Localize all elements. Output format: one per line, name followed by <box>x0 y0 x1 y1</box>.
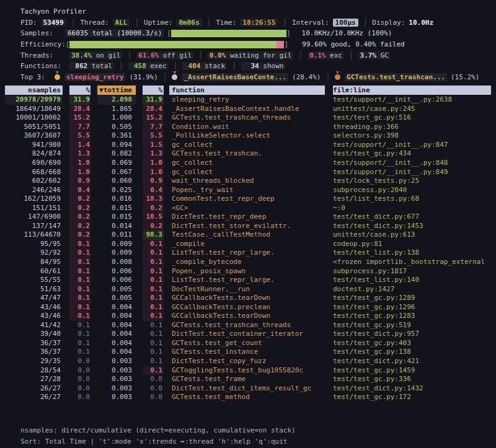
cell-file-line: test/test_gc.py:1459 <box>333 366 491 376</box>
column-header-direct-pct[interactable]: % <box>69 86 91 95</box>
cell-tottime: 0.011 <box>97 231 136 240</box>
cell-file-line: test/test_gc.py:336 <box>333 375 491 384</box>
threads-segment-label: off gil <box>159 51 192 59</box>
cell-tottime: 0.015 <box>97 213 136 222</box>
cell-cumulative-pct: 0.1 <box>143 294 164 303</box>
cell-function-name: <GC> <box>169 204 325 213</box>
cell-nsamples: 36/37 <box>5 339 63 348</box>
cell-file-line: test/test_gc.py:519 <box>333 321 491 330</box>
cell-nsamples: 147/6900 <box>5 213 63 222</box>
cell-tottime: 0.003 <box>97 393 136 402</box>
cell-tottime: 0.006 <box>97 267 136 276</box>
samples-bar-close-bracket: ] <box>286 29 291 37</box>
cell-direct-pct: 0.1 <box>69 276 91 285</box>
functions-segment-label: shown <box>259 62 284 70</box>
cell-direct-pct: 0.1 <box>69 285 91 294</box>
cell-file-line: codeop.py:81 <box>333 240 491 249</box>
cell-file-line: test/test_gc.py:516 <box>333 113 491 123</box>
cell-cumulative-pct: 1.5 <box>143 141 164 150</box>
cell-tottime: 0.009 <box>97 248 136 258</box>
top3-function-name: sleeping_retry <box>64 73 126 81</box>
cell-cumulative-pct: 0.1 <box>143 267 164 276</box>
threads-segment-value: 0.1% <box>309 51 326 59</box>
column-header-nsamples[interactable]: nsamples <box>5 86 63 95</box>
cell-cumulative-pct: 0.1 <box>143 312 164 321</box>
gold-medal-icon <box>55 74 60 80</box>
cell-direct-pct: 1.4 <box>69 141 91 150</box>
cell-tottime: 0.004 <box>97 348 136 357</box>
app-title: Tachyon Profiler <box>20 6 496 17</box>
cell-function-name: DictTest.test_container_iterator <box>169 330 325 339</box>
thread-value[interactable]: ALL <box>113 19 130 27</box>
cell-function-name: _compile <box>169 240 325 249</box>
cell-function-name: GCCallbackTests.preclean <box>169 303 325 312</box>
cell-function-name: gc_collect <box>169 159 325 168</box>
status-line: PID: 53499 │ Thread: ALL │ Uptime: 0m06s… <box>20 17 496 29</box>
cell-nsamples: 690/690 <box>5 159 63 168</box>
table-row: 602/6020.90.0600.9wait_threads_blockedte… <box>5 177 496 186</box>
cell-direct-pct: 1.0 <box>69 168 91 177</box>
threads-segment: 0.0% waiting for gil <box>208 51 293 59</box>
table-row: 43/460.10.0040.1GCCallbackTests.tearDown… <box>5 312 496 321</box>
column-header-function[interactable]: function <box>169 86 325 95</box>
functions-label: Functions: <box>20 62 61 70</box>
cell-tottime: 0.361 <box>97 131 136 141</box>
threads-segment-value: 61.6% <box>138 51 159 59</box>
cell-direct-pct: 0.1 <box>69 240 91 249</box>
separator: │ <box>163 73 167 81</box>
table-row: 41/420.10.0040.1GCTests.test_trashcan_th… <box>5 321 496 330</box>
time-label: Time: <box>216 19 236 27</box>
cell-function-name: DictTest.test_store_evilattr.<locals... <box>169 222 325 231</box>
table-row: 941/9801.40.0941.5gc_collecttest/support… <box>5 141 496 150</box>
cell-file-line: subprocess.py:2040 <box>333 186 491 195</box>
cell-file-line: unittest/case.py:613 <box>333 231 491 240</box>
cell-file-line: test/support/__init__.py:848 <box>333 159 491 168</box>
cell-function-name: GCTests.test_trashcan_threads <box>169 321 325 330</box>
cell-function-name: GCCallbackTests.tearDown <box>169 312 325 321</box>
cell-nsamples: 84/95 <box>5 258 63 267</box>
column-header-tottime-sorted[interactable]: ▼tottime <box>97 86 136 95</box>
table-row: 26/270.00.0030.0DictTest.test_dict_items… <box>5 384 496 393</box>
cell-direct-pct: 0.0 <box>69 384 91 393</box>
cell-nsamples: 602/602 <box>5 177 63 186</box>
cell-tottime: 0.004 <box>97 312 136 321</box>
top3-function-name: GCTests.test_trashcan... <box>345 73 447 81</box>
threads-segment-label: waiting for gil <box>226 51 291 59</box>
cell-nsamples: 26/27 <box>5 393 63 402</box>
table-row: 60/610.10.0060.1Popen._posix_spawnsubpro… <box>5 267 496 276</box>
column-header-file-line[interactable]: file:line <box>333 86 491 95</box>
cell-tottime: 0.016 <box>97 195 136 204</box>
functions-segment-label: total <box>87 62 112 70</box>
table-row: 20978/2097931.92.09831.9sleeping_retryte… <box>5 95 496 105</box>
column-header-cumulative-pct[interactable]: % <box>143 86 164 95</box>
display-label: Display: <box>372 19 405 27</box>
cell-cumulative-pct: 0.0 <box>143 375 164 384</box>
cell-direct-pct: 0.0 <box>69 357 91 366</box>
efficiency-good-bar <box>69 41 277 48</box>
table-row: 5051/50517.70.5057.7Condition.waitthread… <box>5 123 496 132</box>
top3-function-name: _AssertRaisesBaseConte... <box>182 73 288 81</box>
samples-rate: 10.0KHz/10.0KHz (100%) <box>302 29 392 37</box>
cell-function-name: DocTestRunner.__run <box>169 285 325 294</box>
table-row: 162/120590.20.01618.3CommonTest.test_rep… <box>5 195 496 204</box>
cell-nsamples: 43/46 <box>5 312 63 321</box>
threads-label: Threads: <box>20 51 53 59</box>
cell-nsamples: 26/27 <box>5 384 63 393</box>
cell-nsamples: 668/668 <box>5 168 63 177</box>
cell-function-name: wait_threads_blocked <box>169 177 325 186</box>
cell-direct-pct: 15.2 <box>69 113 91 123</box>
cell-direct-pct: 0.1 <box>69 330 91 339</box>
uptime-value: 0m06s <box>176 19 202 27</box>
cell-function-name: TestCase._callTestMethod <box>169 231 325 240</box>
cell-direct-pct: 0.1 <box>69 303 91 312</box>
table-row: 3607/36075.50.3615.5_PollLikeSelector.se… <box>5 131 496 141</box>
cell-cumulative-pct: 0.1 <box>143 240 164 249</box>
cell-nsamples: 151/151 <box>5 204 63 213</box>
table-row: 29/350.00.0030.1DictTest.test_copy_fuzzt… <box>5 357 496 366</box>
cell-tottime: 0.005 <box>97 285 136 294</box>
table-row: 55/550.10.0060.1ListTest.test_repr_large… <box>5 276 496 285</box>
cell-nsamples: 3607/3607 <box>5 131 63 141</box>
cell-tottime: 0.094 <box>97 141 136 150</box>
table-row: 246/2460.40.0250.4Popen._try_waitsubproc… <box>5 186 496 195</box>
time-value: 18:26:55 <box>240 19 278 27</box>
